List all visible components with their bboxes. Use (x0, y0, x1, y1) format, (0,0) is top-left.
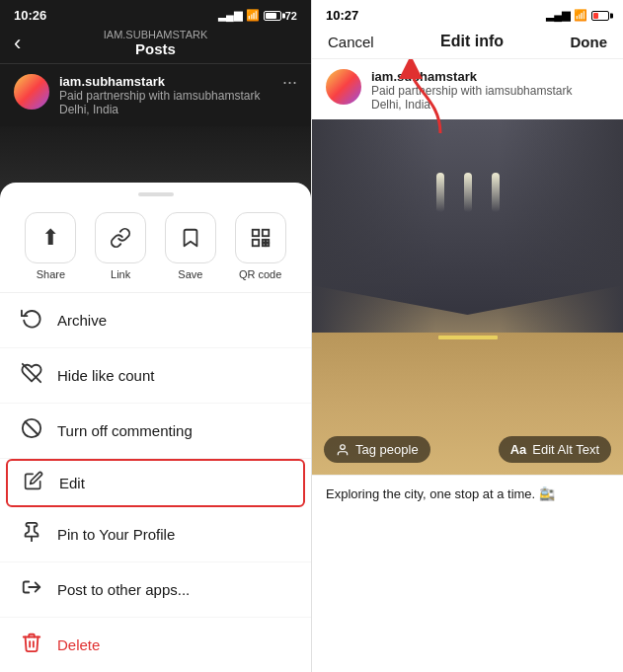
post-other-icon (20, 576, 43, 603)
right-wifi-icon: 📶 (574, 9, 587, 22)
signal-icon: ▂▄▆ (218, 9, 242, 22)
link-label: Link (111, 268, 130, 280)
edit-menu-item[interactable]: Edit (6, 459, 305, 507)
right-header: Cancel Edit info Done (312, 27, 623, 59)
qrcode-icon (235, 212, 286, 263)
svg-rect-0 (252, 230, 258, 236)
pin-profile-menu-item[interactable]: Pin to Your Profile (0, 507, 311, 562)
svg-rect-2 (252, 240, 258, 246)
share-action[interactable]: ⬆ Share (23, 212, 78, 280)
right-status-bar: 10:27 ▂▄▆ 📶 (312, 0, 623, 27)
right-time: 10:27 (326, 8, 358, 23)
tag-overlay: Tag people Aa Edit Alt Text (312, 436, 623, 463)
back-button[interactable]: ‹ (14, 31, 21, 56)
post-partnership: Paid partnership with iamsubhamstark (59, 89, 273, 103)
save-action[interactable]: Save (163, 212, 218, 280)
commenting-icon (20, 417, 43, 444)
delete-menu-item[interactable]: Delete (0, 618, 311, 672)
more-options-button[interactable]: ··· (282, 72, 297, 93)
edit-label: Edit (59, 475, 85, 491)
edit-icon (22, 471, 45, 495)
right-post-image: Tag people Aa Edit Alt Text (312, 119, 623, 475)
caption-text: Exploring the city, one stop at a time. … (326, 486, 555, 501)
qrcode-action[interactable]: QR code (233, 212, 288, 280)
right-panel: 10:27 ▂▄▆ 📶 Cancel Edit info Done iam.su… (311, 0, 623, 672)
svg-rect-5 (262, 244, 265, 247)
right-battery-icon (591, 11, 609, 21)
metro-light-1 (436, 173, 444, 212)
svg-line-9 (26, 422, 39, 435)
left-panel: 10:26 ▂▄▆ 📶 72 ‹ IAM.SUBHAMSTARK Posts i… (0, 0, 311, 672)
save-icon (165, 212, 216, 263)
share-label: Share (37, 268, 65, 280)
delete-label: Delete (57, 636, 100, 653)
edit-info-title: Edit info (440, 33, 504, 50)
post-other-apps-menu-item[interactable]: Post to other apps... (0, 562, 311, 618)
pin-icon (20, 521, 43, 548)
turn-off-commenting-menu-item[interactable]: Turn off commenting (0, 404, 311, 459)
left-time: 10:26 (14, 8, 46, 23)
share-icon: ⬆ (25, 212, 76, 263)
wifi-icon: 📶 (246, 9, 260, 22)
link-icon (95, 212, 146, 263)
hide-like-label: Hide like count (57, 367, 154, 384)
aa-icon: Aa (510, 442, 527, 457)
tactile-strip (438, 336, 498, 339)
archive-icon (20, 307, 43, 334)
post-location: Delhi, India (59, 103, 273, 116)
left-header: ‹ IAM.SUBHAMSTARK Posts (0, 27, 311, 64)
hide-like-icon (20, 362, 43, 389)
post-caption: Exploring the city, one stop at a time. … (312, 475, 623, 509)
commenting-label: Turn off commenting (57, 422, 193, 439)
post-preview: iam.subhamstark Paid partnership with ia… (0, 64, 311, 126)
battery-percent: 72 (285, 10, 297, 22)
edit-alt-text-label: Edit Alt Text (532, 442, 599, 457)
right-user-row: iam.subhamstark Paid partnership with ia… (312, 59, 623, 119)
left-status-bar: 10:26 ▂▄▆ 📶 72 (0, 0, 311, 27)
battery-icon (264, 11, 281, 21)
metro-light-2 (464, 173, 472, 212)
tag-people-button[interactable]: Tag people (324, 436, 430, 463)
post-other-label: Post to other apps... (57, 581, 190, 598)
svg-rect-6 (266, 244, 269, 247)
header-username: IAM.SUBHAMSTARK (104, 29, 208, 40)
svg-rect-4 (266, 240, 269, 243)
metro-light-3 (492, 173, 500, 212)
header-title: Posts (135, 40, 176, 57)
done-button[interactable]: Done (571, 34, 608, 50)
hide-like-menu-item[interactable]: Hide like count (0, 348, 311, 404)
red-arrow-indicator (391, 59, 450, 138)
metro-scene: Tag people Aa Edit Alt Text (312, 119, 623, 475)
svg-rect-3 (262, 240, 265, 243)
pin-label: Pin to Your Profile (57, 526, 175, 543)
archive-menu-item[interactable]: Archive (0, 293, 311, 348)
link-action[interactable]: Link (93, 212, 148, 280)
qrcode-label: QR code (239, 268, 281, 280)
save-label: Save (178, 268, 202, 280)
metro-lights (436, 173, 500, 212)
avatar (14, 74, 49, 110)
post-username: iam.subhamstark (59, 74, 273, 89)
sheet-actions-row: ⬆ Share Link Save QR code (0, 208, 311, 293)
tag-people-label: Tag people (355, 442, 419, 457)
post-preview-text: iam.subhamstark Paid partnership with ia… (59, 74, 273, 116)
edit-alt-text-button[interactable]: Aa Edit Alt Text (499, 436, 611, 463)
right-avatar (326, 69, 361, 105)
archive-label: Archive (57, 312, 107, 329)
bottom-sheet: ⬆ Share Link Save QR code (0, 183, 311, 672)
svg-rect-1 (262, 230, 268, 236)
sheet-handle (138, 192, 174, 196)
right-signal-icon: ▂▄▆ (546, 9, 570, 22)
svg-point-12 (341, 444, 346, 449)
cancel-button[interactable]: Cancel (328, 34, 374, 50)
delete-icon (20, 632, 43, 658)
right-status-icons: ▂▄▆ 📶 (546, 9, 609, 22)
left-status-icons: ▂▄▆ 📶 72 (218, 9, 297, 22)
